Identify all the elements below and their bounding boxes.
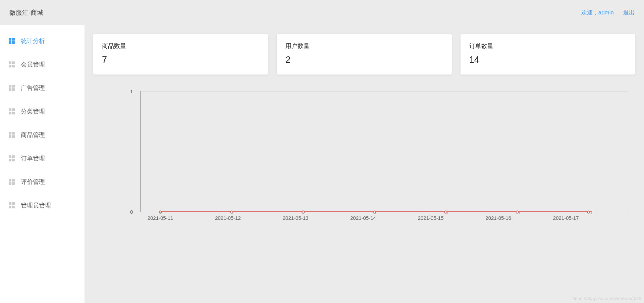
watermark: https://blog.csdn.net/whirlwind526 bbox=[573, 296, 641, 301]
stats-cards: 商品数量7用户数量2订单数量14 bbox=[93, 34, 635, 74]
header-right: 欢迎，admin 退出 bbox=[581, 9, 635, 16]
sidebar-item-7[interactable]: 管理员管理 bbox=[0, 194, 85, 217]
grid-icon bbox=[9, 108, 15, 114]
sidebar-item-label: 广告管理 bbox=[21, 84, 45, 92]
logout-link[interactable]: 退出 bbox=[623, 9, 635, 16]
grid-icon bbox=[9, 179, 15, 185]
chart-x-label-2: 2021-05-13 bbox=[283, 215, 309, 221]
chart-x-ticks bbox=[160, 212, 592, 214]
stat-card-title: 用户数量 bbox=[285, 42, 443, 50]
grid-icon bbox=[9, 202, 15, 208]
welcome-link[interactable]: 欢迎，admin bbox=[581, 9, 614, 16]
sidebar-item-label: 统计分析 bbox=[21, 37, 45, 45]
stat-card-title: 订单数量 bbox=[469, 42, 627, 50]
sidebar-item-label: 商品管理 bbox=[21, 131, 45, 139]
sidebar-item-4[interactable]: 商品管理 bbox=[0, 123, 85, 147]
sidebar-item-5[interactable]: 订单管理 bbox=[0, 147, 85, 170]
chart-x-label-6: 2021-05-17 bbox=[553, 215, 579, 221]
chart-y-tick-min: 0 bbox=[130, 209, 133, 215]
stat-card-value: 7 bbox=[102, 55, 259, 65]
sidebar-item-label: 评价管理 bbox=[21, 178, 45, 186]
chart-y-tick-max: 1 bbox=[130, 89, 133, 94]
sidebar-item-label: 订单管理 bbox=[21, 154, 45, 162]
sidebar-item-2[interactable]: 广告管理 bbox=[0, 76, 85, 100]
chart-x-labels: 2021-05-112021-05-122021-05-132021-05-14… bbox=[160, 215, 592, 221]
chart-x-tick-6 bbox=[591, 212, 591, 214]
sidebar: 统计分析会员管理广告管理分类管理商品管理订单管理评价管理管理员管理 bbox=[0, 25, 85, 303]
chart-x-tick-1 bbox=[232, 212, 232, 214]
grid-icon bbox=[9, 85, 15, 91]
sidebar-item-label: 分类管理 bbox=[21, 107, 45, 115]
grid-icon bbox=[9, 132, 15, 138]
chart-gridline bbox=[140, 91, 629, 92]
sidebar-item-label: 管理员管理 bbox=[21, 201, 51, 209]
stat-card-title: 商品数量 bbox=[102, 42, 259, 50]
stat-card-value: 14 bbox=[469, 55, 627, 65]
sidebar-item-1[interactable]: 会员管理 bbox=[0, 53, 85, 76]
stat-card-1: 用户数量2 bbox=[277, 34, 451, 74]
main-content: 商品数量7用户数量2订单数量14 1 0 2021-05-112021-05-1… bbox=[85, 25, 644, 303]
sidebar-item-label: 会员管理 bbox=[21, 60, 45, 68]
stat-card-2: 订单数量14 bbox=[461, 34, 635, 74]
stat-card-0: 商品数量7 bbox=[93, 34, 268, 74]
chart-x-tick-2 bbox=[304, 212, 304, 214]
chart-x-tick-5 bbox=[519, 212, 520, 214]
grid-icon bbox=[9, 38, 15, 44]
stat-card-value: 2 bbox=[285, 55, 443, 65]
chart-x-label-1: 2021-05-12 bbox=[215, 215, 241, 221]
chart-plot: 1 0 2021-05-112021-05-122021-05-132021-0… bbox=[140, 91, 629, 219]
chart: 1 0 2021-05-112021-05-122021-05-132021-0… bbox=[93, 91, 635, 219]
sidebar-item-0[interactable]: 统计分析 bbox=[0, 29, 85, 53]
chart-x-tick-0 bbox=[160, 212, 161, 214]
chart-x-tick-3 bbox=[376, 212, 376, 214]
grid-icon bbox=[9, 155, 15, 161]
chart-x-label-4: 2021-05-15 bbox=[418, 215, 444, 221]
sidebar-item-6[interactable]: 评价管理 bbox=[0, 170, 85, 194]
header: 微服汇-商城 欢迎，admin 退出 bbox=[0, 0, 644, 25]
sidebar-item-3[interactable]: 分类管理 bbox=[0, 100, 85, 123]
chart-x-tick-4 bbox=[447, 212, 448, 214]
app-title: 微服汇-商城 bbox=[9, 8, 43, 17]
grid-icon bbox=[9, 61, 15, 67]
chart-x-label-5: 2021-05-16 bbox=[485, 215, 511, 221]
chart-x-label-3: 2021-05-14 bbox=[350, 215, 376, 221]
chart-x-label-0: 2021-05-11 bbox=[148, 215, 173, 221]
chart-y-axis bbox=[140, 91, 141, 212]
